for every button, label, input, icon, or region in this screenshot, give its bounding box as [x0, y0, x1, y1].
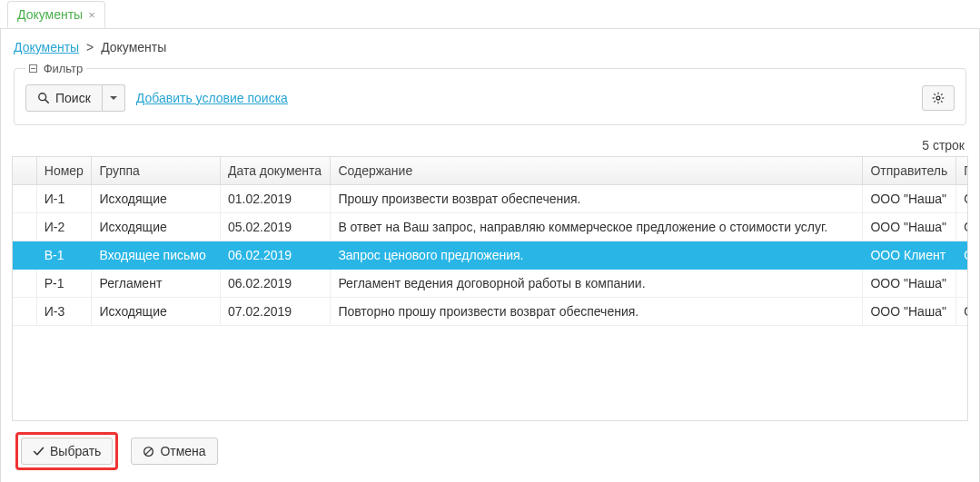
col-recipient[interactable]: Полу	[956, 157, 968, 185]
cell-recipient: ООС	[956, 298, 968, 326]
col-number[interactable]: Номер	[36, 157, 92, 185]
tab-documents[interactable]: Документы ×	[7, 1, 105, 28]
select-button[interactable]: Выбрать	[21, 438, 113, 465]
cell-number: И-3	[36, 298, 92, 326]
cell-recipient: ООС	[956, 185, 968, 213]
col-group[interactable]: Группа	[92, 157, 220, 185]
cell-sender: ООО "Наша"	[863, 298, 956, 326]
breadcrumb-root[interactable]: Документы	[14, 40, 79, 54]
cell-date: 07.02.2019	[220, 298, 330, 326]
search-button-label: Поиск	[55, 91, 91, 105]
cell-content: Регламент ведения договорной работы в ко…	[331, 270, 863, 298]
cell-content: Запрос ценового предложения.	[331, 241, 863, 270]
gear-icon	[932, 92, 945, 104]
svg-point-2	[936, 96, 940, 100]
cell-date: 05.02.2019	[220, 213, 330, 241]
cell-number: Р-1	[36, 270, 92, 298]
page-body: Документы > Документы Фильтр Поиск	[0, 29, 980, 482]
cell-sender: ООО "Наша"	[863, 185, 956, 213]
cell-checkbox	[13, 270, 36, 298]
svg-line-12	[145, 448, 152, 455]
svg-line-1	[45, 100, 49, 103]
filter-panel: Фильтр Поиск Добавить условие поиска	[14, 62, 966, 125]
col-date[interactable]: Дата документа	[220, 157, 330, 185]
action-bar: Выбрать Отмена	[15, 432, 965, 470]
settings-button[interactable]	[922, 85, 955, 111]
cancel-button-label: Отмена	[160, 444, 205, 458]
col-sender[interactable]: Отправитель	[863, 157, 956, 185]
close-icon[interactable]: ×	[88, 9, 95, 21]
search-button-group: Поиск	[25, 84, 125, 112]
tab-label: Документы	[17, 7, 83, 22]
row-count: 5 строк	[12, 138, 965, 152]
cell-checkbox	[13, 213, 36, 241]
filter-legend[interactable]: Фильтр	[25, 62, 86, 75]
cell-group: Входящее письмо	[92, 241, 220, 270]
table-row[interactable]: В-1Входящее письмо06.02.2019Запрос ценов…	[13, 241, 968, 270]
cell-content: Прошу произвести возврат обеспечения.	[331, 185, 863, 213]
collapse-icon[interactable]	[29, 64, 37, 73]
cell-number: И-2	[36, 213, 92, 241]
table-row[interactable]: Р-1Регламент06.02.2019Регламент ведения …	[13, 270, 968, 298]
svg-line-10	[941, 93, 942, 94]
select-button-label: Выбрать	[50, 444, 101, 458]
search-button[interactable]: Поиск	[25, 84, 103, 112]
svg-line-9	[934, 101, 935, 102]
highlight-frame: Выбрать	[15, 432, 118, 470]
table-row[interactable]: И-1Исходящие01.02.2019Прошу произвести в…	[13, 185, 968, 213]
table-header-row: Номер Группа Дата документа Содержание О…	[13, 157, 968, 185]
cell-date: 06.02.2019	[220, 241, 330, 270]
search-icon	[37, 92, 50, 104]
cell-group: Исходящие	[92, 298, 220, 326]
cell-number: И-1	[36, 185, 92, 213]
cell-number: В-1	[36, 241, 92, 270]
cell-group: Исходящие	[92, 213, 220, 241]
filter-legend-text: Фильтр	[44, 62, 84, 75]
cancel-button[interactable]: Отмена	[131, 438, 217, 465]
check-icon	[33, 446, 45, 457]
table-row[interactable]: И-3Исходящие07.02.2019Повторно прошу про…	[13, 298, 968, 326]
cell-group: Регламент	[92, 270, 220, 298]
cell-sender: ООО "Наша"	[863, 270, 956, 298]
svg-line-7	[934, 93, 935, 94]
cell-checkbox	[13, 298, 36, 326]
add-condition-link[interactable]: Добавить условие поиска	[136, 91, 288, 105]
chevron-down-icon	[110, 96, 117, 100]
cell-group: Исходящие	[92, 185, 220, 213]
cell-recipient: ООС	[956, 241, 968, 270]
ban-icon	[143, 446, 154, 457]
breadcrumb: Документы > Документы	[14, 40, 968, 54]
tab-bar: Документы ×	[0, 0, 980, 29]
cell-date: 06.02.2019	[220, 270, 330, 298]
cell-date: 01.02.2019	[220, 185, 330, 213]
breadcrumb-sep: >	[86, 40, 94, 54]
cell-recipient	[956, 270, 968, 298]
cell-checkbox	[13, 241, 36, 270]
cell-recipient: ООС	[956, 213, 968, 241]
cell-content: В ответ на Ваш запрос, направляю коммерч…	[331, 213, 863, 241]
svg-line-8	[941, 101, 942, 102]
cell-content: Повторно прошу произвести возврат обеспе…	[331, 298, 863, 326]
cell-checkbox	[13, 185, 36, 213]
table-row[interactable]: И-2Исходящие05.02.2019В ответ на Ваш зап…	[13, 213, 968, 241]
table-scroll[interactable]: Номер Группа Дата документа Содержание О…	[12, 156, 968, 421]
search-dropdown-button[interactable]	[103, 84, 125, 112]
cell-sender: ООО Клиент	[863, 241, 956, 270]
col-checkbox[interactable]	[13, 157, 36, 185]
cell-sender: ООО "Наша"	[863, 213, 956, 241]
col-content[interactable]: Содержание	[331, 157, 863, 185]
documents-table: Номер Группа Дата документа Содержание О…	[13, 157, 968, 326]
breadcrumb-current: Документы	[101, 40, 166, 54]
